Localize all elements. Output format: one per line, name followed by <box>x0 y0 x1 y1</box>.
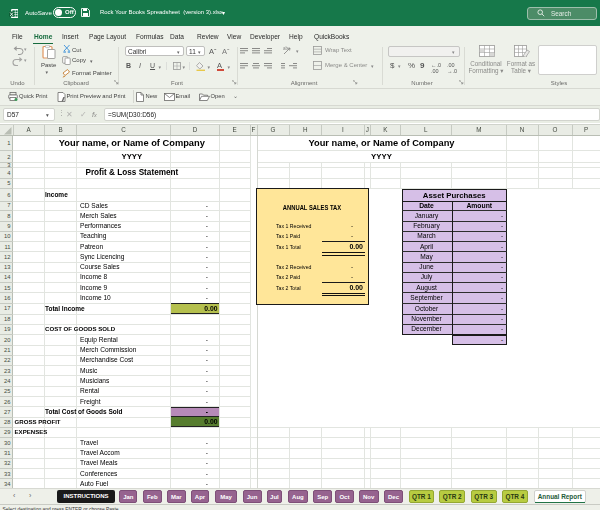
svg-text:ab: ab <box>283 46 289 51</box>
